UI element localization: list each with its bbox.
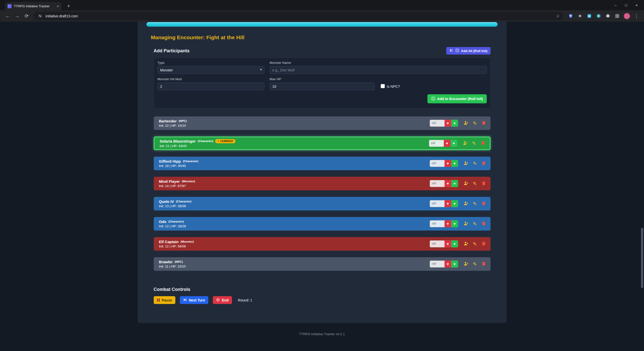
teal-extension-icon[interactable] (586, 13, 592, 19)
damage-button[interactable]: ♥ (445, 200, 451, 207)
is-npc-checkbox[interactable] (381, 84, 385, 88)
edit-button[interactable]: ✎ (472, 181, 478, 186)
participant-controls: ♥ ♥ ✎ (430, 260, 487, 268)
heal-button[interactable]: ♥ (451, 240, 458, 247)
heal-button[interactable]: ♥ (451, 200, 458, 207)
init-mod-input[interactable] (157, 82, 264, 90)
pencil-icon: ✎ (473, 121, 477, 126)
next-turn-button[interactable]: Next Turn (180, 296, 208, 304)
delete-button[interactable] (481, 261, 487, 267)
close-button[interactable]: × (631, 0, 642, 10)
damage-button[interactable]: ♥ (445, 160, 451, 167)
delete-button[interactable] (481, 181, 487, 186)
refresh-button[interactable]: ⟳ (22, 12, 31, 21)
damage-button[interactable]: ♥ (445, 220, 451, 227)
lightning-icon: ⚡ (217, 140, 219, 143)
participant-type: (NPC) (179, 120, 187, 123)
assign-player-button[interactable] (463, 221, 469, 227)
pencil-icon: ✎ (473, 201, 477, 206)
participant-info: Mind Flayer (Monster) Init: 14 | HP: 87/… (159, 180, 195, 188)
max-hp-input[interactable] (270, 82, 375, 90)
delete-button[interactable] (481, 201, 487, 206)
participant-controls: ♥ ♥ ✎ (430, 220, 487, 227)
scrollbar-thumb[interactable] (641, 228, 643, 288)
delete-button[interactable] (481, 120, 487, 126)
dark-extension-icon[interactable] (577, 13, 583, 19)
assign-player-button[interactable] (463, 120, 469, 126)
damage-button[interactable]: ♥ (445, 180, 451, 187)
new-tab-button[interactable]: + (65, 2, 72, 10)
hp-amount-input[interactable] (430, 260, 445, 268)
hp-amount-input[interactable] (430, 220, 445, 227)
hp-amount-input[interactable] (430, 180, 445, 187)
person-plus-icon (464, 120, 469, 126)
assign-player-button[interactable] (463, 141, 468, 146)
damage-button[interactable]: ♥ (445, 260, 451, 268)
url-text[interactable]: initiative.draft13.com (46, 14, 553, 18)
end-icon (216, 298, 220, 302)
edit-button[interactable]: ✎ (472, 221, 478, 227)
tab-close-icon[interactable]: × (57, 5, 59, 8)
delete-button[interactable] (481, 221, 487, 227)
end-button[interactable]: End (213, 296, 232, 304)
heart-icon: ♥ (454, 182, 456, 186)
heal-button[interactable]: ♥ (451, 120, 458, 127)
minimize-button[interactable]: – (610, 0, 621, 10)
color-extension-icon[interactable] (596, 13, 601, 19)
forward-button[interactable]: → (13, 12, 22, 21)
trash-icon (481, 201, 486, 206)
edit-button[interactable]: ✎ (472, 261, 478, 267)
heal-button[interactable]: ♥ (451, 220, 458, 227)
damage-button[interactable]: ♥ (444, 140, 451, 147)
hp-amount-input[interactable] (430, 240, 445, 247)
heal-button[interactable]: ♥ (451, 160, 458, 167)
shield-extension-icon[interactable] (568, 13, 573, 19)
assign-player-button[interactable] (463, 161, 469, 166)
assign-player-button[interactable] (463, 241, 469, 247)
heal-button[interactable]: ♥ (451, 140, 457, 147)
delete-button[interactable] (480, 141, 486, 146)
damage-button[interactable]: ♥ (445, 120, 451, 127)
tab-title: TTRPG Initiative Tracker (14, 4, 55, 8)
add-all-button[interactable]: Add All (Roll Init) (446, 47, 491, 55)
heart-icon: ♥ (454, 202, 456, 206)
back-button[interactable]: ← (3, 12, 12, 21)
next-turn-label: Next Turn (189, 298, 205, 302)
tab-search-icon[interactable] (614, 13, 620, 19)
assign-player-button[interactable] (463, 201, 469, 206)
edit-button[interactable]: ✎ (472, 161, 478, 166)
edit-button[interactable]: ✎ (471, 141, 477, 146)
heart-icon: ♥ (447, 182, 449, 186)
participant-name: Bartender (159, 119, 177, 123)
bookmark-star-icon[interactable]: ☆ (556, 13, 560, 19)
profile-avatar[interactable] (624, 13, 630, 19)
hp-amount-input[interactable] (430, 200, 445, 207)
damage-button[interactable]: ♥ (445, 240, 451, 247)
delete-button[interactable] (481, 241, 487, 247)
hp-amount-input[interactable] (430, 120, 445, 127)
tab-favicon (8, 4, 12, 8)
delete-button[interactable] (481, 161, 487, 166)
edit-button[interactable]: ✎ (472, 120, 478, 126)
pause-button[interactable]: Pause (154, 296, 175, 304)
hp-amount-input[interactable] (429, 140, 444, 147)
next-turn-icon (183, 298, 187, 302)
address-bar[interactable]: initiative.draft13.com ☆ (34, 12, 563, 20)
hp-amount-input[interactable] (430, 160, 445, 167)
browser-menu-icon[interactable]: ⋮ (634, 13, 639, 19)
assign-player-button[interactable] (463, 261, 469, 267)
edit-button[interactable]: ✎ (472, 241, 478, 247)
heal-button[interactable]: ♥ (451, 180, 458, 187)
browser-tab[interactable]: TTRPG Initiative Tracker × (5, 2, 61, 10)
assign-player-button[interactable] (463, 181, 469, 186)
monster-name-input[interactable] (270, 66, 487, 74)
maximize-button[interactable]: □ (621, 0, 631, 10)
site-info-icon[interactable] (37, 13, 43, 19)
edit-button[interactable]: ✎ (472, 201, 478, 206)
trash-icon (481, 181, 486, 186)
type-select[interactable]: Monster (157, 66, 264, 74)
add-to-encounter-button[interactable]: Add to Encounter (Roll Init) (427, 94, 487, 103)
heal-button[interactable]: ♥ (451, 260, 458, 268)
extensions-puzzle-icon[interactable] (605, 13, 611, 19)
participant-stats: Init: 11 | HP: 10/10 (159, 265, 186, 268)
